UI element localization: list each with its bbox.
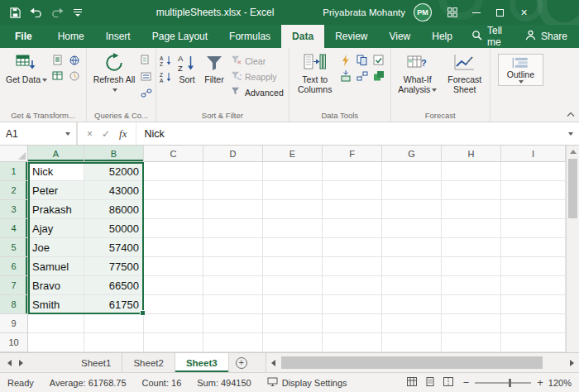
from-table-icon[interactable] (52, 70, 66, 84)
cell-F7[interactable] (323, 276, 382, 295)
collapse-ribbon-icon[interactable] (567, 109, 575, 119)
column-header-C[interactable]: C (144, 146, 203, 162)
cell-I3[interactable] (501, 200, 566, 219)
zoom-slider[interactable] (475, 382, 531, 384)
cell-B5[interactable]: 57400 (84, 238, 144, 257)
cell-E1[interactable] (263, 162, 323, 181)
cell-C2[interactable] (144, 181, 203, 200)
column-header-H[interactable]: H (442, 146, 501, 162)
tell-me[interactable]: Tell me (463, 25, 514, 48)
apps-grid-icon[interactable] (440, 0, 464, 25)
remove-duplicates-icon[interactable] (356, 55, 371, 68)
cell-F5[interactable] (323, 238, 382, 257)
row-header-7[interactable]: 7 (0, 276, 28, 295)
cell-I10[interactable] (501, 333, 566, 352)
reapply-button[interactable]: Reapply (229, 69, 285, 84)
row-header-1[interactable]: 1 (0, 162, 28, 181)
cell-C1[interactable] (144, 162, 203, 181)
next-sheet-icon[interactable] (19, 360, 23, 366)
filter-button[interactable]: Filter (202, 50, 227, 85)
column-header-E[interactable]: E (263, 146, 323, 162)
from-text-csv-icon[interactable] (52, 55, 66, 68)
tab-page-layout[interactable]: Page Layout (141, 25, 218, 48)
page-break-view-icon[interactable] (443, 377, 453, 388)
cell-I9[interactable] (501, 314, 566, 333)
redo-icon[interactable] (51, 7, 64, 17)
select-all-button[interactable] (0, 146, 28, 162)
close-button[interactable]: × (512, 0, 536, 25)
tab-insert[interactable]: Insert (95, 25, 141, 48)
cell-A9[interactable] (28, 314, 84, 333)
cell-A2[interactable]: Peter (28, 181, 84, 200)
zoom-percent[interactable]: 120% (548, 378, 572, 388)
cell-G1[interactable] (382, 162, 442, 181)
undo-icon[interactable] (30, 7, 42, 17)
cell-I7[interactable] (501, 276, 566, 295)
tab-file[interactable]: File (0, 25, 47, 48)
data-model-icon[interactable] (373, 70, 387, 84)
cell-C5[interactable] (144, 238, 203, 257)
new-sheet-button[interactable]: + (229, 353, 254, 372)
cell-I6[interactable] (501, 257, 566, 276)
forecast-sheet-button[interactable]: Forecast Sheet (443, 50, 486, 95)
sheet-tab-sheet1[interactable]: Sheet1 (70, 353, 122, 372)
cell-G6[interactable] (382, 257, 442, 276)
cell-B2[interactable]: 43000 (84, 181, 144, 200)
cell-F10[interactable] (323, 333, 382, 352)
avatar[interactable]: PM (414, 3, 432, 22)
data-validation-icon[interactable] (373, 55, 387, 68)
horizontal-scrollbar-thumb[interactable] (281, 356, 543, 369)
cell-D4[interactable] (203, 219, 263, 238)
tab-help[interactable]: Help (421, 25, 463, 48)
row-header-5[interactable]: 5 (0, 238, 28, 257)
cell-A8[interactable]: Smith (28, 295, 84, 314)
cell-B10[interactable] (84, 333, 144, 352)
sheet-tab-sheet3[interactable]: Sheet3 (175, 353, 229, 372)
cell-A10[interactable] (28, 333, 84, 352)
tab-home[interactable]: Home (47, 25, 95, 48)
cell-C3[interactable] (144, 200, 203, 219)
scroll-right-icon[interactable] (570, 360, 574, 366)
cell-E5[interactable] (263, 238, 323, 257)
cell-I4[interactable] (501, 219, 566, 238)
insert-function-icon[interactable]: fx (119, 127, 127, 141)
cell-B6[interactable]: 77500 (84, 257, 144, 276)
display-settings-button[interactable]: Display Settings (267, 377, 347, 389)
cell-E8[interactable] (263, 295, 323, 314)
confirm-entry-icon[interactable]: ✓ (102, 128, 110, 140)
previous-sheet-icon[interactable] (7, 360, 12, 366)
column-header-F[interactable]: F (323, 146, 382, 162)
cell-D10[interactable] (203, 333, 263, 352)
cell-C9[interactable] (144, 314, 203, 333)
maximize-button[interactable] (488, 0, 512, 25)
cell-D3[interactable] (203, 200, 263, 219)
vertical-scrollbar-thumb[interactable] (568, 159, 577, 218)
cell-A4[interactable]: Ajay (28, 219, 84, 238)
column-header-D[interactable]: D (203, 146, 263, 162)
text-to-columns-button[interactable]: Text to Columns (293, 50, 337, 95)
cell-D9[interactable] (203, 314, 263, 333)
what-if-analysis-button[interactable]: ? What-If Analysis (395, 50, 441, 95)
cell-H10[interactable] (442, 333, 501, 352)
cell-A6[interactable]: Samuel (28, 257, 84, 276)
cell-F9[interactable] (323, 314, 382, 333)
tab-formulas[interactable]: Formulas (218, 25, 281, 48)
expand-formula-bar-icon[interactable] (561, 122, 579, 145)
cancel-entry-icon[interactable]: × (87, 128, 93, 140)
row-header-6[interactable]: 6 (0, 257, 28, 276)
cell-D1[interactable] (203, 162, 263, 181)
cell-G9[interactable] (382, 314, 442, 333)
cell-F8[interactable] (323, 295, 382, 314)
vertical-scrollbar[interactable] (566, 146, 579, 352)
cell-H7[interactable] (442, 276, 501, 295)
outline-button[interactable]: Outline (498, 54, 543, 86)
cell-D5[interactable] (203, 238, 263, 257)
scroll-up-icon[interactable] (570, 150, 577, 154)
cell-E10[interactable] (263, 333, 323, 352)
cell-F4[interactable] (323, 219, 382, 238)
cell-D8[interactable] (203, 295, 263, 314)
cell-H4[interactable] (442, 219, 501, 238)
cell-G4[interactable] (382, 219, 442, 238)
row-header-9[interactable]: 9 (0, 314, 28, 333)
name-box[interactable]: A1 (0, 122, 78, 145)
